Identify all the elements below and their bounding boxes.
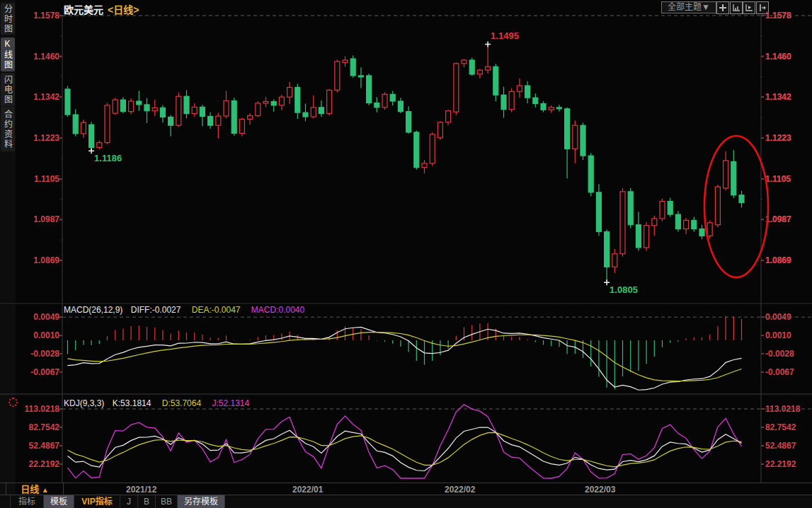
axis-label: 22.2192 bbox=[765, 459, 796, 469]
axis-label: 52.4867 bbox=[0, 441, 59, 451]
kdj-k-value: K:53.1814 bbox=[113, 398, 151, 408]
axis-label: 113.0218 bbox=[765, 404, 800, 414]
axis-label: 1.1223 bbox=[765, 133, 791, 143]
axis-label: 1.1578 bbox=[0, 11, 59, 21]
axis-label: 1.0869 bbox=[765, 255, 791, 265]
macd-params-label: MACD(26,12,9) bbox=[64, 305, 122, 315]
axis-label: 1.0869 bbox=[0, 255, 59, 265]
kdj-d-value: D:53.7064 bbox=[162, 398, 201, 408]
axis-label: 0.0010 bbox=[765, 330, 791, 340]
macd-macd-value: MACD:0.0040 bbox=[251, 305, 304, 315]
macd-dea-value: DEA:-0.0047 bbox=[192, 305, 241, 315]
axis-label: 1.1223 bbox=[0, 133, 59, 143]
price-annotation: 1.1186 bbox=[94, 153, 122, 163]
kdj-params-label: KDJ(9,3,3) bbox=[64, 398, 104, 408]
macd-diff-value: DIFF:-0.0027 bbox=[131, 305, 181, 315]
kdj-j-value: J:52.1314 bbox=[212, 398, 250, 408]
axis-label: 1.1342 bbox=[0, 92, 59, 102]
axis-labels-layer: 1.15781.15781.14601.14601.13421.13421.12… bbox=[0, 0, 812, 508]
axis-label: 1.0987 bbox=[0, 214, 59, 224]
axis-label: 1.1578 bbox=[765, 11, 791, 21]
axis-label: 52.4867 bbox=[765, 441, 796, 451]
price-annotation: 1.1495 bbox=[491, 30, 519, 41]
axis-label: 82.7542 bbox=[0, 422, 59, 432]
axis-label: 0.0010 bbox=[0, 330, 59, 340]
trading-app: 分时图K线图闪电图合约资料 欧元美元 <日线> 全部主题▼ 1.15781.15… bbox=[0, 0, 812, 508]
axis-label: -0.0067 bbox=[765, 367, 794, 377]
axis-label: 1.1105 bbox=[0, 174, 59, 184]
axis-label: 1.1460 bbox=[765, 52, 791, 62]
price-annotation: 1.0805 bbox=[610, 284, 638, 295]
axis-label: 1.1342 bbox=[765, 92, 791, 102]
axis-label: 1.1460 bbox=[0, 52, 59, 62]
axis-label: 113.0218 bbox=[0, 404, 59, 414]
kdj-header: KDJ(9,3,3) K:53.1814 D:53.7064 J:52.1314 bbox=[64, 398, 249, 408]
axis-label: 82.7542 bbox=[765, 422, 796, 432]
axis-label: 0.0049 bbox=[765, 312, 791, 322]
axis-label: 22.2192 bbox=[0, 459, 59, 469]
axis-label: -0.0028 bbox=[0, 349, 59, 359]
axis-label: -0.0028 bbox=[765, 349, 794, 359]
macd-header: MACD(26,12,9) DIFF:-0.0027 DEA:-0.0047 M… bbox=[64, 305, 304, 315]
axis-label: -0.0067 bbox=[0, 367, 59, 377]
axis-label: 1.1105 bbox=[765, 174, 791, 184]
axis-label: 0.0049 bbox=[0, 312, 59, 322]
axis-label: 1.0987 bbox=[765, 214, 791, 224]
